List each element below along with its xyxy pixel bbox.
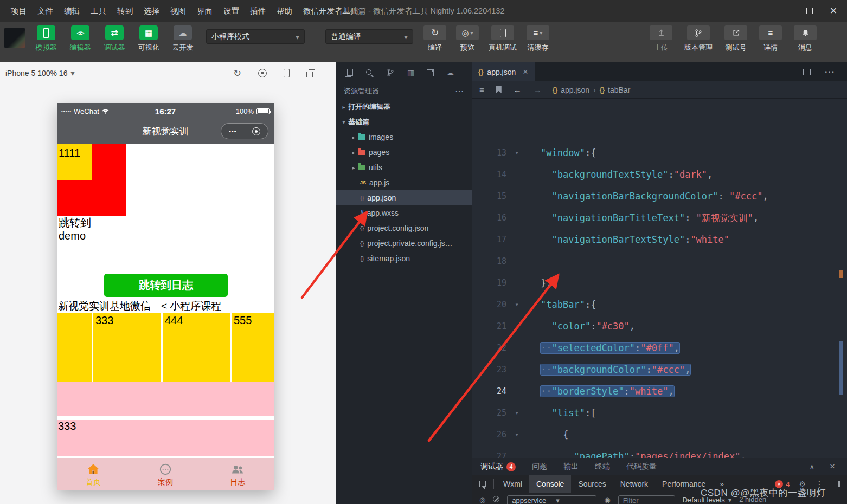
code-line[interactable]: 17 "navigationBarTextStyle":"white" [472, 229, 847, 250]
capsule-menu[interactable]: ••• [221, 123, 268, 139]
avatar[interactable] [4, 28, 25, 48]
menu-item[interactable]: 插件 [245, 0, 271, 22]
code-line[interactable]: 15 "navigationBarBackgroundColor": "#ccc… [472, 185, 847, 207]
toolbar-action-message-bell[interactable]: 消息 [794, 25, 817, 53]
context-select[interactable]: appservice [507, 495, 596, 504]
menu-item[interactable]: 帮助 [271, 0, 298, 22]
tree-item-sitemap.json[interactable]: sitemap.json [336, 251, 472, 266]
toolbar-tile-simulator[interactable]: 模拟器 [30, 25, 62, 53]
toolbar-tile-visual[interactable]: 可视化 [133, 25, 164, 53]
toolbar-action-clear-cache[interactable]: ▾清缓存 [527, 25, 549, 53]
fold-toggle-icon[interactable]: ▾ [510, 402, 524, 424]
menu-item[interactable]: 视图 [165, 0, 191, 22]
fold-toggle-icon[interactable]: ▾ [510, 294, 524, 315]
console-filter-input[interactable]: Filter [618, 495, 675, 504]
close-button[interactable] [824, 2, 843, 20]
inspect-icon[interactable] [479, 481, 486, 487]
debugger-tab[interactable]: 终端 [595, 462, 610, 471]
tree-item-project.config.json[interactable]: project.config.json [336, 221, 472, 236]
cloud-icon[interactable] [446, 68, 454, 77]
toolbar-action-test-account[interactable]: 测试号 [724, 25, 747, 53]
search-icon[interactable] [365, 69, 374, 77]
jump-text-line2[interactable]: demo [59, 230, 86, 242]
breadcrumb-item-file[interactable]: app.json [553, 86, 589, 94]
copy-pages-icon[interactable] [345, 69, 353, 77]
menu-item[interactable]: 工具 [85, 0, 112, 22]
compile-mode-select[interactable]: 普通编译 [325, 29, 413, 44]
selector-icon[interactable] [479, 496, 485, 504]
code-area[interactable]: 13▾"window":{14 "backgroundTextStyle":"d… [472, 135, 847, 489]
code-line[interactable]: 23··"backgroundColor":"#ccc", [472, 359, 847, 380]
panel-layout-icon[interactable] [833, 481, 840, 487]
code-line[interactable]: 20▾"tabBar":{ [472, 294, 847, 315]
toolbar-action-details[interactable]: 详情 [759, 25, 782, 53]
breadcrumb-item-node[interactable]: tabBar [600, 86, 631, 94]
tree-item-app.wxss[interactable]: app.wxss [336, 205, 472, 221]
menu-item[interactable]: 设置 [218, 0, 245, 22]
debugger-tab[interactable]: 输出 [563, 462, 579, 471]
menu-item[interactable]: 项目 [5, 0, 32, 22]
toolbar-tile-cloud-dev[interactable]: 云开发 [167, 25, 198, 53]
code-line[interactable]: 16 "navigationBarTitleText": "新视觉实训", [472, 207, 847, 229]
fold-toggle-icon[interactable]: ▾ [510, 424, 524, 445]
toolbar-tile-editor[interactable]: 编辑器 [65, 25, 96, 53]
save-icon[interactable] [427, 69, 434, 76]
close-icon[interactable]: × [523, 67, 528, 77]
code-line[interactable]: 14 "backgroundTextStyle":"dark", [472, 164, 847, 185]
toolbar-action-compile[interactable]: 编译 [424, 25, 446, 53]
devtools-tab-sources[interactable]: Sources [571, 475, 613, 493]
code-line[interactable]: 25▾ "list":[ [472, 402, 847, 424]
maximize-button[interactable] [800, 2, 819, 20]
chevron-up-icon[interactable] [810, 461, 815, 472]
devtools-tab-network[interactable]: Network [613, 475, 655, 493]
tree-item-utils[interactable]: ▸utils [336, 160, 472, 175]
tree-item-project.private.config.js[interactable]: project.private.config.js… [336, 236, 472, 251]
code-line[interactable]: 24··"borderStyle":"white", [472, 380, 847, 402]
tabbar-item[interactable]: 日志 [202, 458, 274, 490]
toolbar-action-remote-debug[interactable]: 真机调试 [489, 25, 517, 53]
live-expression-eye-icon[interactable] [604, 496, 610, 504]
devtools-tab-console[interactable]: Console [529, 475, 571, 493]
fold-toggle-icon[interactable]: ▾ [510, 142, 524, 164]
forward-arrow-icon[interactable] [534, 85, 542, 94]
code-line[interactable]: 19}, [472, 272, 847, 294]
bookmark-icon[interactable] [496, 86, 502, 93]
code-line[interactable]: 26▾ { [472, 424, 847, 445]
debugger-tab[interactable]: 调试器4 [480, 462, 516, 471]
menu-item[interactable]: 界面 [191, 0, 218, 22]
tree-item-pages[interactable]: ▸pages [336, 145, 472, 160]
ellipsis-icon[interactable] [455, 87, 464, 95]
ellipsis-icon[interactable] [825, 67, 835, 77]
toolbar-action-branch[interactable]: 版本管理 [684, 25, 713, 53]
code-line[interactable]: 22··"selectedColor":"#0ff", [472, 337, 847, 359]
code-line[interactable]: 18 [472, 250, 847, 272]
toolbar-action-preview-eye[interactable]: ▾预览 [456, 25, 479, 53]
menu-item[interactable]: 选择 [138, 0, 165, 22]
more-dots-icon[interactable]: ••• [221, 128, 245, 134]
jump-log-button[interactable]: 跳转到日志 [104, 274, 228, 297]
phone-icon[interactable] [284, 69, 290, 77]
back-arrow-icon[interactable] [514, 85, 522, 94]
editor-tab-app-json[interactable]: app.json × [472, 62, 535, 81]
split-editor-icon[interactable] [803, 69, 811, 75]
code-line[interactable]: 21 "color":"#c30", [472, 315, 847, 337]
refresh-icon[interactable] [233, 67, 241, 79]
multiwindow-icon[interactable] [306, 69, 315, 77]
grid-icon[interactable] [407, 68, 414, 77]
mode-select[interactable]: 小程序模式 [206, 29, 305, 44]
code-line[interactable]: 13▾"window":{ [472, 142, 847, 164]
tree-section[interactable]: ▸打开的编辑器 [336, 99, 472, 114]
branch-icon[interactable] [386, 68, 395, 77]
outline-icon[interactable] [479, 85, 484, 94]
tree-item-images[interactable]: ▸images [336, 130, 472, 145]
debugger-tab[interactable]: 问题 [532, 462, 547, 471]
menu-item[interactable]: 转到 [112, 0, 138, 22]
close-icon[interactable] [830, 461, 835, 472]
tree-item-app.js[interactable]: app.js [336, 175, 472, 190]
menu-item[interactable]: 文件 [32, 0, 59, 22]
devtools-tab-wxml[interactable]: Wxml [496, 475, 529, 493]
tabbar-item-selected[interactable]: 首页 [57, 458, 129, 490]
device-selector[interactable]: iPhone 5 100% 16 [0, 69, 74, 77]
tabbar-item[interactable]: 案例 [129, 458, 201, 490]
tree-item-app.json[interactable]: app.json [336, 190, 472, 205]
